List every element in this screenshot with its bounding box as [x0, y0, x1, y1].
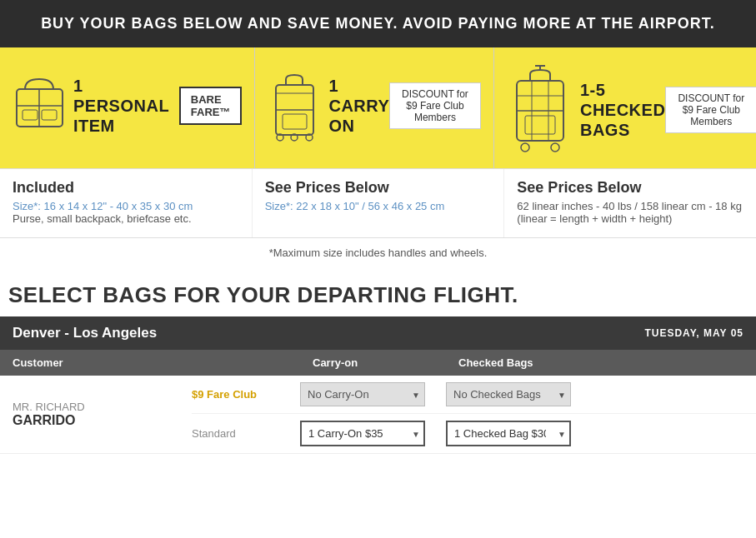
header-carryon: Carry-on	[313, 356, 458, 369]
carryon-bag-title: 1 CARRY ON	[328, 76, 389, 136]
max-size-note: *Maximum size includes handles and wheel…	[0, 237, 756, 267]
carryon-discount-line1: DISCOUNT for	[398, 88, 472, 100]
carryon-col-standard: No Carry-On 1 Carry-On $35 ▼	[300, 421, 446, 446]
passenger-lastname: GARRIDO	[13, 413, 179, 428]
flight-date: TUESDAY, MAY 05	[644, 327, 743, 339]
flight-route-row: Denver - Los Angeles TUESDAY, MAY 05	[0, 316, 756, 350]
header-checked: Checked Bags	[458, 356, 625, 369]
svg-rect-7	[283, 114, 307, 129]
checked-select-nine[interactable]: No Checked Bags 1 Checked Bag $30 2 Chec…	[446, 382, 571, 406]
fare-option-nine: $9 Fare Club No Carry-On 1 Carry-On $35 …	[192, 376, 756, 414]
carryon-discount-box: DISCOUNT for $9 Fare Club Members	[389, 82, 481, 129]
personal-detail-col: Included Size*: 16 x 14 x 12" - 40 x 35 …	[0, 169, 253, 237]
checked-discount-line2: $9 Fare Club Members	[674, 104, 748, 127]
bag-col-checked: 1-5 CHECKED BAGS DISCOUNT for $9 Fare Cl…	[494, 47, 756, 168]
flight-route-name: Denver - Los Angeles	[13, 325, 157, 341]
checked-note-text: (linear = length + width + height)	[517, 212, 743, 225]
carryon-select-standard[interactable]: No Carry-On 1 Carry-On $35	[300, 421, 425, 446]
carryon-prices-label: See Prices Below	[265, 179, 492, 197]
bare-fare-box: BARE FARE™	[179, 87, 243, 125]
bag-info-section: 1 PERSONAL ITEM BARE FARE™ 1 CARRY ON	[0, 47, 756, 169]
carryon-size-text: Size*: 22 x 18 x 10" / 56 x 46 x 25 cm	[265, 200, 492, 212]
checked-discount-line1: DISCOUNT for	[674, 92, 748, 104]
passenger-title: MR. RICHARD	[13, 401, 179, 413]
personal-bag-title: 1 PERSONAL ITEM	[73, 76, 169, 136]
checked-bag-icon	[507, 64, 573, 156]
svg-rect-4	[42, 110, 57, 120]
carryon-detail-col: See Prices Below Size*: 22 x 18 x 10" / …	[253, 169, 505, 237]
table-header-row: Customer Carry-on Checked Bags	[0, 350, 756, 376]
carryon-discount-line2: $9 Fare Club Members	[398, 100, 472, 123]
checked-size-text: 62 linear inches - 40 lbs / 158 linear c…	[517, 200, 743, 212]
checked-discount-box: DISCOUNT for $9 Fare Club Members	[665, 87, 756, 133]
checked-select-wrapper-nine[interactable]: No Checked Bags 1 Checked Bag $30 2 Chec…	[446, 382, 571, 406]
passenger-name-cell: MR. RICHARD GARRIDO	[0, 376, 192, 453]
checked-detail-col: See Prices Below 62 linear inches - 40 l…	[504, 169, 756, 237]
personal-bag-icon	[13, 64, 67, 147]
header-fare-type	[204, 356, 313, 369]
checked-select-wrapper-standard[interactable]: No Checked Bags 1 Checked Bag $30 2 Chec…	[446, 421, 571, 446]
carryon-select-wrapper-nine[interactable]: No Carry-On 1 Carry-On $35 ▼	[300, 382, 425, 406]
svg-point-18	[521, 143, 529, 152]
carryon-bag-icon	[268, 64, 322, 147]
bag-detail-row: Included Size*: 16 x 14 x 12" - 40 x 35 …	[0, 169, 756, 237]
fare-type-nine-label: $9 Fare Club	[192, 388, 300, 401]
fare-options-cell: $9 Fare Club No Carry-On 1 Carry-On $35 …	[192, 376, 756, 453]
checked-bag-title: 1-5 CHECKED BAGS	[580, 80, 665, 140]
flight-table: Denver - Los Angeles TUESDAY, MAY 05 Cus…	[0, 316, 756, 454]
svg-point-19	[551, 143, 559, 152]
checked-col-nine: No Checked Bags 1 Checked Bag $30 2 Chec…	[446, 382, 613, 406]
fare-type-standard-label: Standard	[192, 427, 300, 440]
checked-prices-label: See Prices Below	[517, 179, 743, 197]
checked-col-standard: No Checked Bags 1 Checked Bag $30 2 Chec…	[446, 421, 613, 446]
table-row: MR. RICHARD GARRIDO $9 Fare Club No Carr…	[0, 376, 756, 454]
select-bags-header: SELECT BAGS FOR YOUR DEPARTING FLIGHT.	[0, 267, 756, 316]
carryon-col-nine: No Carry-On 1 Carry-On $35 ▼	[300, 382, 446, 406]
checked-select-standard[interactable]: No Checked Bags 1 Checked Bag $30 2 Chec…	[446, 421, 571, 446]
svg-rect-3	[23, 110, 38, 120]
carryon-select-nine[interactable]: No Carry-On 1 Carry-On $35	[300, 382, 425, 406]
header-banner: BUY YOUR BAGS BELOW AND SAVE MONEY. AVOI…	[0, 0, 756, 47]
header-customer: Customer	[13, 356, 204, 369]
personal-size-text: Size*: 16 x 14 x 12" - 40 x 35 x 30 cm	[13, 200, 239, 212]
carryon-select-wrapper-standard[interactable]: No Carry-On 1 Carry-On $35 ▼	[300, 421, 425, 446]
personal-included-label: Included	[13, 179, 239, 197]
fare-option-standard: Standard No Carry-On 1 Carry-On $35 ▼ No…	[192, 414, 756, 453]
bag-col-personal: 1 PERSONAL ITEM BARE FARE™	[0, 47, 255, 168]
svg-rect-14	[525, 116, 555, 134]
bag-col-carryon: 1 CARRY ON DISCOUNT for $9 Fare Club Mem…	[255, 47, 494, 168]
personal-note-text: Purse, small backpack, briefcase etc.	[13, 212, 239, 225]
